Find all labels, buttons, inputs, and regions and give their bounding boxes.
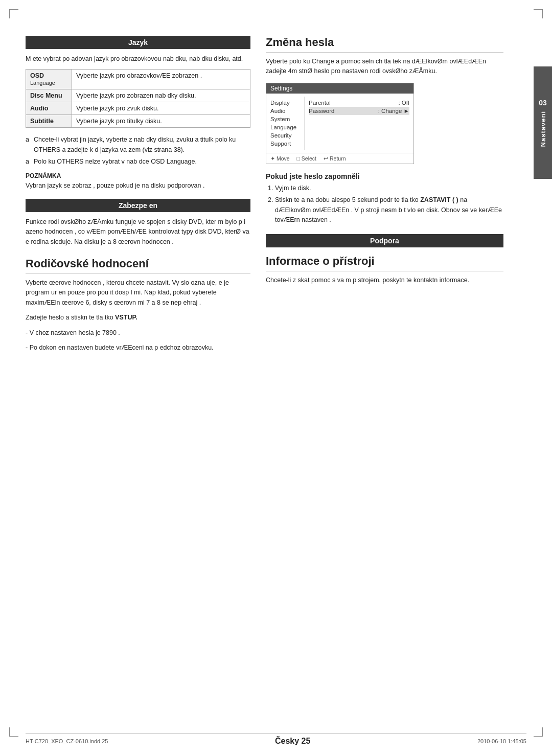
jazyk-note-2: Polo ku OTHERS nelze vybrat v nab dce OS… (26, 157, 250, 167)
rodicovske-text3: - V choz nastaven hesla je 7890 . (26, 328, 250, 338)
jazyk-table: OSDLanguageVyberte jazyk pro obrazovkovÆ… (26, 69, 250, 128)
rodicovske-title: Rodičovské hodnocení (26, 257, 250, 274)
settings-nav-language: Language (270, 123, 300, 131)
footer-center: Česky 25 (275, 737, 310, 746)
poznamka-block: POZNÁMKA Vybran jazyk se zobraz , pouze … (26, 172, 250, 191)
zabezpeceni-header: Zabezpe en (26, 199, 250, 212)
poznamka-label: POZNÁMKA (26, 172, 250, 179)
settings-password-val: : Change ► (378, 108, 409, 114)
jazyk-header: Jazyk (26, 36, 250, 49)
rodicovske-text2: Zadejte heslo a stiskn te tla tko VSTUP. (26, 313, 250, 323)
zmena-hesla-text: Vyberte polo ku Change a pomoc seln ch t… (266, 57, 503, 77)
side-tab-number: 03 (539, 99, 547, 107)
rodicovske-section: Rodičovské hodnocení Vyberte œerove hodn… (26, 257, 250, 353)
podpora-header: Podpora (266, 234, 503, 247)
settings-footer-return: ↩ Return (324, 155, 346, 162)
jazyk-intro: M ete vybrat po adovan jazyk pro obrazov… (26, 54, 250, 64)
settings-parental-val: : Off (398, 100, 409, 106)
footer-right: 2010-06-10 1:45:05 (477, 738, 526, 744)
main-content: Jazyk M ete vybrat po adovan jazyk pro o… (0, 20, 552, 373)
settings-nav-security: Security (270, 131, 300, 140)
settings-box-title: Settings (266, 83, 413, 94)
settings-nav: Display Audio System Language Security S… (266, 97, 305, 150)
pokud-list-item-2: Stiskn te a na dobu alespo 5 sekund podr… (275, 195, 503, 225)
settings-footer-select: □ Select (297, 155, 316, 162)
settings-nav-system: System (270, 115, 300, 123)
rodicovske-text1: Vyberte œerove hodnocen , kterou chcete … (26, 278, 250, 308)
settings-main: Parental : Off Password : Change ► (305, 97, 413, 150)
side-tab-label: Nastavení (539, 111, 547, 147)
pokud-title: Pokud jste heslo zapomněli (266, 172, 503, 180)
settings-footer: ✦ Move □ Select ↩ Return (266, 153, 413, 164)
corner-mark-bl (9, 727, 18, 737)
settings-password-key: Password (309, 108, 335, 114)
footer-left: HT-C720_XEO_CZ-0610.indd 25 (26, 738, 108, 744)
pokud-list-item-1: Vyjm te disk. (275, 184, 503, 193)
informace-text: Chcete-li z skat pomoc s va m p strojem,… (266, 276, 503, 285)
zmena-hesla-title: Změna hesla (266, 36, 503, 53)
corner-mark-tl (9, 9, 18, 18)
corner-mark-tr (534, 9, 543, 18)
settings-box-content: Display Audio System Language Security S… (266, 94, 413, 153)
side-tab: 03 Nastavení (534, 66, 552, 179)
settings-row-password: Password : Change ► (309, 107, 409, 115)
page-footer: HT-C720_XEO_CZ-0610.indd 25 Česky 25 201… (26, 733, 526, 746)
poznamka-text: Vybran jazyk se zobraz , pouze pokud je … (26, 181, 250, 191)
settings-box: Settings Display Audio System Language S… (266, 83, 414, 164)
settings-parental-key: Parental (309, 100, 331, 106)
left-column: Jazyk M ete vybrat po adovan jazyk pro o… (26, 36, 250, 358)
settings-footer-move: ✦ Move (270, 155, 290, 162)
settings-nav-audio: Audio (270, 107, 300, 115)
settings-nav-support: Support (270, 140, 300, 148)
pokud-list: Vyjm te disk. Stiskn te a na dobu alespo… (266, 184, 503, 225)
corner-mark-br (534, 727, 543, 737)
right-column: Změna hesla Vyberte polo ku Change a pom… (266, 36, 524, 358)
page-container: 03 Nastavení Jazyk M ete vybrat po adova… (0, 0, 552, 756)
rodicovske-text4: - Po dokon en nastaven budete vrÆEceni n… (26, 343, 250, 353)
settings-row-parental: Parental : Off (309, 99, 409, 107)
informace-title: Informace o přístroji (266, 255, 503, 271)
settings-nav-display: Display (270, 99, 300, 107)
jazyk-note-1: Chcete-li vybrat jin jazyk, vyberte z na… (26, 135, 250, 155)
zabezpeceni-text: Funkce rodi ovskØho zÆÅmku funguje ve sp… (26, 217, 250, 247)
